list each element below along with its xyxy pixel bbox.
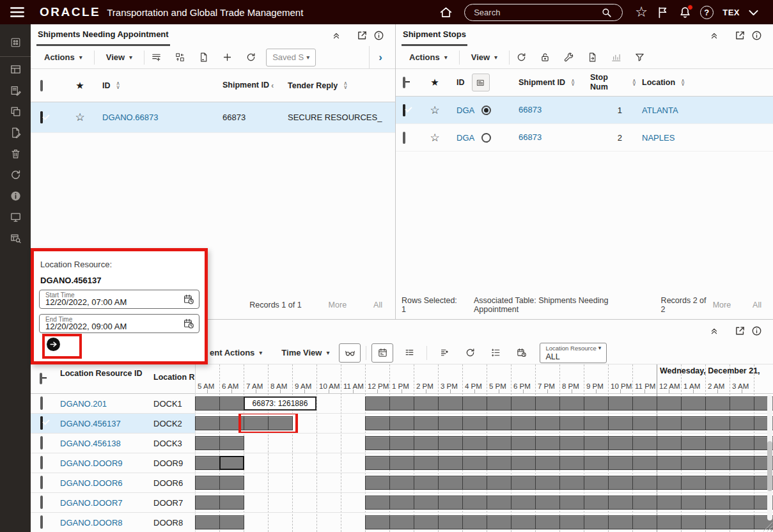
sort-icon[interactable]: ∧∨ [571, 79, 575, 86]
bar-rows-icon[interactable] [433, 343, 455, 363]
gantt-row[interactable]: DGANO.201 DOCK1 66873: 1261886 [31, 394, 773, 414]
gantt-slot[interactable] [487, 396, 511, 411]
select-all-checkbox[interactable] [40, 373, 42, 384]
transpose-icon[interactable] [170, 49, 190, 66]
favorites-star-icon[interactable]: ☆ [632, 3, 650, 21]
info-icon[interactable] [748, 27, 765, 43]
gantt-slot[interactable] [705, 515, 730, 529]
col-shipment-id[interactable]: Shipment ID [519, 78, 565, 88]
gantt-slot[interactable] [219, 456, 244, 470]
saved-search-button[interactable]: Saved S▾ [266, 49, 316, 66]
wrench-icon[interactable] [559, 49, 579, 66]
gantt-row[interactable]: DGANO.DOOR9 DOOR9 [31, 453, 773, 473]
gantt-slot[interactable] [559, 476, 584, 490]
gantt-slot[interactable] [462, 496, 487, 510]
gantt-slot[interactable] [511, 436, 536, 450]
info-icon[interactable] [370, 27, 387, 43]
col-shipment-id[interactable]: Shipment ID [223, 81, 271, 90]
gantt-slot[interactable] [584, 496, 609, 510]
export-document-icon[interactable] [582, 49, 602, 66]
gantt-slot[interactable] [535, 476, 560, 490]
add-icon[interactable] [217, 49, 237, 66]
shipment-id-link[interactable]: 66873 [519, 105, 542, 115]
gantt-slot[interactable] [438, 396, 463, 411]
gantt-slot[interactable] [705, 456, 730, 470]
gantt-slot[interactable] [195, 396, 220, 411]
all-link[interactable]: All [373, 301, 382, 309]
gantt-slot[interactable] [365, 416, 390, 430]
gantt-slot[interactable] [511, 396, 536, 411]
gantt-slot[interactable] [365, 436, 390, 450]
gantt-slot[interactable] [632, 476, 657, 490]
more-link[interactable]: More [713, 301, 731, 309]
resource-id-link[interactable]: DGANO.DOOR6 [60, 478, 153, 488]
gantt-slot[interactable] [462, 456, 487, 470]
gantt-slot[interactable] [730, 496, 754, 510]
monitor-icon[interactable] [0, 207, 31, 228]
row-checkbox[interactable] [40, 436, 43, 450]
gantt-slot[interactable] [462, 416, 487, 430]
sort-icon[interactable]: ∧∨ [681, 79, 685, 86]
actions-menu[interactable]: Actions▾ [400, 52, 457, 62]
refresh-icon[interactable] [511, 49, 531, 66]
gantt-slot[interactable] [487, 436, 511, 450]
gantt-slot[interactable] [632, 515, 657, 529]
gantt-slot[interactable] [389, 476, 414, 490]
calendar-edit-icon[interactable] [510, 343, 532, 363]
gantt-slot[interactable] [365, 456, 390, 470]
resource-id-link[interactable]: DGANO.201 [60, 399, 153, 409]
list-settings-icon[interactable] [485, 343, 506, 363]
view-menu[interactable]: View▾ [97, 52, 142, 62]
more-link[interactable]: More [329, 301, 347, 309]
gantt-slot[interactable] [632, 456, 657, 470]
gantt-slot[interactable] [438, 496, 463, 510]
collapse-icon[interactable] [706, 27, 722, 43]
gantt-slot[interactable] [657, 436, 682, 450]
gantt-slot[interactable] [438, 436, 463, 450]
gantt-slot[interactable] [389, 515, 414, 529]
col-location-resource[interactable]: Location R [153, 373, 194, 382]
table-layout-icon[interactable] [0, 59, 31, 80]
gantt-slot[interactable] [681, 456, 706, 470]
col-location[interactable]: Location [642, 78, 675, 87]
row-checkbox[interactable] [40, 476, 43, 489]
gantt-slot[interactable] [511, 515, 536, 529]
add-row-icon[interactable] [146, 49, 166, 66]
bell-icon[interactable] [676, 3, 694, 21]
start-time-field[interactable]: Start Time 12/20/2022, 07:00 AM [39, 290, 199, 309]
gantt-slot[interactable] [195, 515, 220, 529]
end-time-field[interactable]: End Time 12/20/2022, 09:00 AM [39, 314, 199, 333]
shipment-id-link[interactable]: DGANO.66873 [102, 113, 158, 122]
sort-icon[interactable]: ∧∨ [343, 82, 347, 89]
gantt-slot[interactable] [414, 496, 439, 510]
hamburger-icon[interactable] [9, 4, 26, 20]
gantt-slot[interactable] [657, 515, 682, 529]
gantt-slot[interactable] [705, 496, 730, 510]
gantt-slot[interactable] [657, 396, 682, 411]
gantt-slot[interactable] [462, 515, 487, 529]
new-document-icon[interactable] [194, 49, 214, 66]
gantt-slot[interactable] [535, 456, 560, 470]
gantt-slot[interactable] [608, 515, 633, 529]
gantt-slot[interactable] [584, 396, 609, 411]
sort-icon[interactable]: ∧∨ [116, 82, 120, 89]
open-window-icon[interactable] [354, 27, 370, 43]
global-search-input[interactable]: Search [464, 4, 623, 21]
resource-id-link[interactable]: DGANO.456138 [60, 439, 153, 448]
gantt-slot[interactable] [219, 436, 244, 450]
trash-icon[interactable] [0, 143, 31, 164]
gantt-slot[interactable] [584, 476, 609, 490]
gantt-slot[interactable] [244, 416, 269, 430]
gantt-slot[interactable] [535, 436, 560, 450]
gantt-row[interactable]: DGANO.DOOR6 DOOR6 [31, 473, 773, 493]
stop-radio[interactable] [481, 106, 491, 115]
gantt-row[interactable]: DGANO.DOOR8 DOOR8 [31, 513, 773, 532]
gantt-slot[interactable] [535, 496, 560, 510]
all-link[interactable]: All [753, 301, 761, 309]
select-all-checkbox[interactable] [40, 80, 43, 91]
note-edit-icon[interactable] [0, 80, 31, 101]
gantt-slot[interactable] [365, 515, 390, 529]
gantt-slot[interactable] [219, 396, 244, 411]
table-row[interactable]: ☆ DGANO.66873 66873 SECURE RESOURCES_ [31, 102, 395, 133]
gantt-slot[interactable] [657, 416, 682, 430]
